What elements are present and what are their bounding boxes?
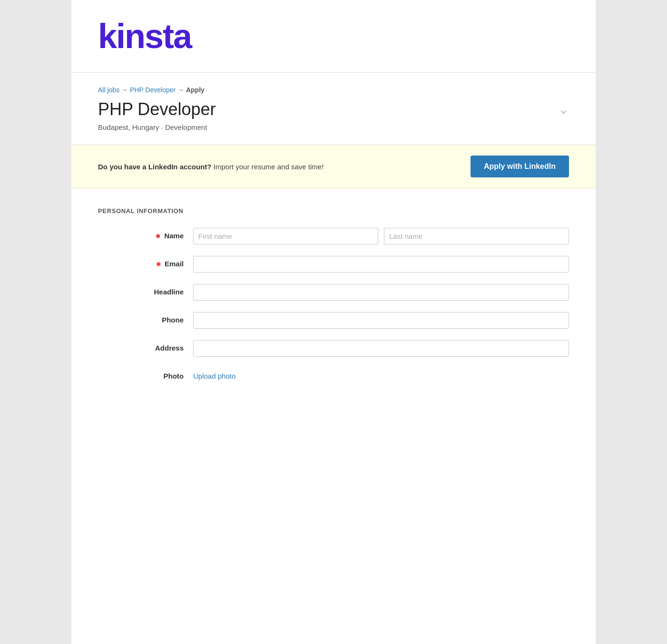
phone-input[interactable] [193, 312, 569, 329]
phone-row: Phone [98, 312, 569, 329]
job-header: All jobs → PHP Developer → Apply PHP Dev… [71, 73, 596, 145]
phone-input-col [193, 312, 569, 329]
last-name-input[interactable] [384, 228, 569, 244]
apply-with-linkedin-button[interactable]: Apply with LinkedIn [471, 156, 569, 177]
photo-upload-col: Upload photo [193, 368, 569, 380]
linkedin-message: Import your resume and save time! [214, 163, 324, 171]
first-name-input[interactable] [193, 228, 378, 244]
upload-photo-link[interactable]: Upload photo [193, 368, 235, 380]
headline-input[interactable] [193, 284, 569, 301]
headline-row: Headline [98, 284, 569, 301]
breadcrumb-current: Apply [186, 86, 205, 94]
breadcrumb-all-jobs-link[interactable]: All jobs [98, 86, 119, 94]
name-inputs [193, 228, 569, 244]
job-location: Budapest, Hungary [98, 123, 159, 131]
application-form: PERSONAL INFORMATION ✱ Name ✱ Email [71, 188, 596, 410]
linkedin-question: Do you have a LinkedIn account? [98, 163, 211, 171]
email-input[interactable] [193, 256, 569, 273]
address-row: Address [98, 340, 569, 357]
headline-input-col [193, 284, 569, 301]
address-label: Address [98, 340, 193, 352]
linkedin-banner: Do you have a LinkedIn account? Import y… [71, 145, 596, 188]
headline-label: Headline [98, 284, 193, 296]
breadcrumb-job-link[interactable]: PHP Developer [130, 86, 176, 94]
address-input[interactable] [193, 340, 569, 357]
job-separator: · [161, 123, 165, 131]
phone-label: Phone [98, 312, 193, 324]
breadcrumb: All jobs → PHP Developer → Apply [98, 86, 569, 94]
name-label: ✱ Name [98, 228, 193, 240]
email-input-col [193, 256, 569, 273]
job-meta: Budapest, Hungary · Development [98, 123, 569, 131]
breadcrumb-arrow-2: → [177, 86, 186, 94]
address-input-col [193, 340, 569, 357]
photo-row: Photo Upload photo [98, 368, 569, 380]
header: kinsta [71, 0, 596, 73]
email-row: ✱ Email [98, 256, 569, 273]
logo: kinsta [98, 19, 569, 53]
name-required-asterisk: ✱ [156, 233, 160, 240]
photo-label: Photo [98, 368, 193, 380]
email-required-asterisk: ✱ [156, 261, 161, 268]
name-row: ✱ Name [98, 228, 569, 244]
section-title-personal-info: PERSONAL INFORMATION [98, 207, 569, 215]
email-label: ✱ Email [98, 256, 193, 268]
linkedin-banner-text: Do you have a LinkedIn account? Import y… [98, 163, 324, 171]
job-title: PHP Developer [98, 99, 569, 119]
chevron-down-icon[interactable]: ⌄ [558, 101, 569, 117]
job-department: Development [165, 123, 207, 131]
breadcrumb-arrow-1: → [121, 86, 130, 94]
